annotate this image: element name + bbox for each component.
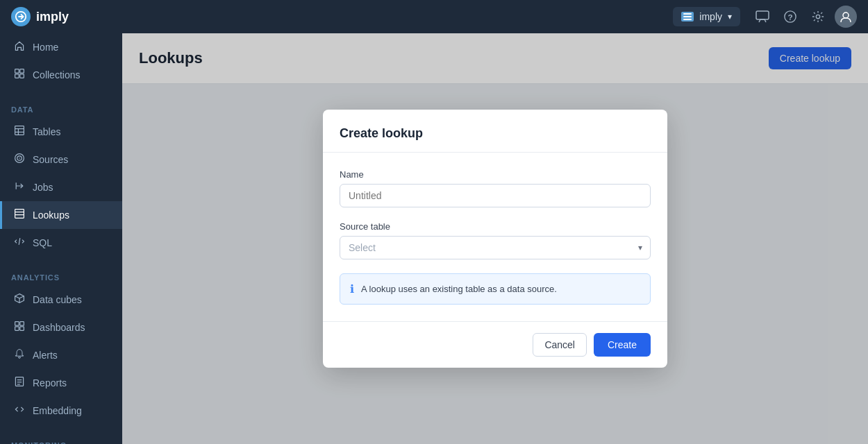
chevron-down-icon: ▾ (728, 12, 732, 22)
sidebar-item-alerts[interactable]: Alerts (0, 341, 122, 369)
logo: imply (11, 7, 69, 26)
messages-icon[interactable] (751, 6, 774, 28)
create-lookup-modal: Create lookup Name Source table Select ▾… (323, 110, 667, 368)
sql-icon (13, 236, 26, 250)
sidebar-label-sources: Sources (33, 154, 68, 165)
help-icon[interactable]: ? (779, 6, 801, 28)
modal-title: Create lookup (340, 126, 651, 141)
logo-text: imply (36, 10, 69, 24)
sidebar-label-reports: Reports (33, 377, 67, 388)
svg-rect-3 (683, 19, 692, 20)
svg-rect-4 (756, 11, 769, 19)
lookups-icon (13, 208, 26, 222)
sidebar-label-sql: SQL (33, 237, 52, 248)
svg-rect-11 (15, 74, 19, 78)
sidebar-item-sql[interactable]: SQL (0, 229, 122, 257)
sidebar-label-tables: Tables (33, 126, 60, 137)
sidebar-label-collections: Collections (33, 69, 80, 80)
svg-text:?: ? (787, 12, 792, 22)
sidebar-label-embedding: Embedding (33, 405, 82, 416)
sidebar-item-reports[interactable]: Reports (0, 369, 122, 397)
tables-icon (13, 125, 26, 139)
modal-body: Name Source table Select ▾ ℹ A lookup us… (323, 153, 667, 321)
info-text: A lookup uses an existing table as a dat… (361, 284, 557, 294)
sidebar-item-embedding[interactable]: Embedding (0, 397, 122, 425)
sidebar-label-lookups: Lookups (33, 210, 69, 221)
sidebar-label-dashboards: Dashboards (33, 322, 85, 333)
sources-icon (13, 153, 26, 166)
name-input[interactable] (340, 184, 651, 207)
workspace-name: imply (699, 11, 722, 22)
source-table-label: Source table (340, 221, 651, 232)
sidebar-item-dashboards[interactable]: Dashboards (0, 314, 122, 341)
alerts-icon (13, 348, 26, 362)
modal-header: Create lookup (323, 110, 667, 153)
data-cubes-icon (13, 293, 26, 307)
embedding-icon (13, 404, 26, 418)
svg-rect-26 (20, 327, 24, 331)
svg-rect-1 (683, 13, 692, 15)
svg-rect-12 (20, 74, 24, 78)
svg-rect-24 (20, 322, 24, 326)
sidebar: Home Collections DATA Tables Sources (0, 33, 122, 444)
topbar-actions: ? (751, 6, 857, 28)
sidebar-item-jobs[interactable]: Jobs (0, 173, 122, 201)
workspace-icon (681, 12, 694, 22)
topbar: imply imply ▾ ? (0, 0, 868, 33)
monitoring-section-label: MONITORING (0, 430, 122, 444)
sidebar-item-collections[interactable]: Collections (0, 61, 122, 89)
modal-overlay: Create lookup Name Source table Select ▾… (122, 33, 868, 444)
settings-icon[interactable] (807, 6, 829, 28)
jobs-icon (13, 180, 26, 194)
reports-icon (13, 376, 26, 390)
collections-icon (13, 68, 26, 82)
sidebar-item-home[interactable]: Home (0, 33, 122, 61)
cancel-button[interactable]: Cancel (533, 333, 587, 357)
home-icon (13, 40, 26, 54)
svg-rect-25 (15, 327, 19, 331)
info-icon: ℹ (350, 282, 354, 296)
sidebar-item-data-cubes[interactable]: Data cubes (0, 286, 122, 314)
svg-rect-9 (15, 69, 19, 74)
source-table-field-group: Source table Select ▾ (340, 221, 651, 259)
create-button[interactable]: Create (594, 333, 651, 357)
svg-point-7 (816, 15, 819, 18)
sidebar-item-tables[interactable]: Tables (0, 118, 122, 146)
dashboards-icon (13, 321, 26, 334)
analytics-section-label: ANALYTICS (0, 262, 122, 286)
sidebar-label-jobs: Jobs (33, 182, 53, 193)
modal-footer: Cancel Create (323, 321, 667, 368)
sidebar-item-sources[interactable]: Sources (0, 146, 122, 173)
source-table-select[interactable]: Select (340, 236, 651, 259)
svg-rect-2 (683, 16, 692, 17)
workspace-selector[interactable]: imply ▾ (673, 7, 740, 26)
sidebar-label-alerts: Alerts (33, 350, 58, 361)
svg-point-8 (843, 12, 849, 18)
svg-rect-20 (15, 210, 24, 219)
svg-rect-10 (20, 69, 24, 74)
name-label: Name (340, 169, 651, 180)
source-table-select-wrapper: Select ▾ (340, 236, 651, 259)
data-section-label: DATA (0, 94, 122, 118)
logo-icon (11, 7, 31, 26)
sidebar-label-home: Home (33, 42, 58, 53)
name-field-group: Name (340, 169, 651, 207)
info-box: ℹ A lookup uses an existing table as a d… (340, 273, 651, 305)
sidebar-label-data-cubes: Data cubes (33, 294, 82, 305)
avatar[interactable] (835, 6, 857, 28)
sidebar-item-lookups[interactable]: Lookups (0, 201, 122, 229)
svg-rect-13 (15, 126, 24, 135)
svg-point-19 (19, 157, 20, 159)
svg-rect-23 (15, 322, 19, 326)
